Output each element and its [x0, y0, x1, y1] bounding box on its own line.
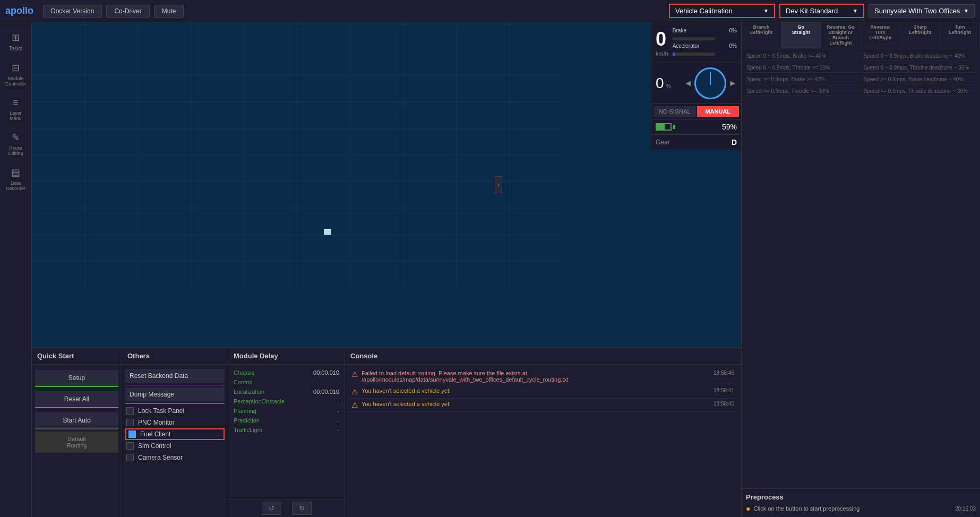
sidebar-item-layer-menu[interactable]: ≡ LayerMenu [0, 93, 31, 125]
preprocess-time: 20:16:03 [955, 506, 976, 512]
cal-tab-turn[interactable]: TurnLeft/Right [940, 22, 980, 48]
cal-row-1b: Speed 0 ~ 0.9mps, Brake deadzone ~ 40% [862, 51, 977, 61]
speed-section: 0 km/h Brake 0% Accelerator 0% [651, 22, 741, 63]
cal-row-4b: Speed >= 0.9mps, Throttle deadzone ~ 30% [862, 87, 977, 96]
fuel-client-checkbox[interactable] [128, 430, 136, 438]
setup-button[interactable]: Setup [35, 370, 118, 387]
dev-kit-chevron-icon: ▼ [853, 8, 858, 14]
planning-time: - [337, 408, 339, 414]
camera-sensor-row: Camera Sensor [125, 452, 225, 463]
collapse-arrow-button[interactable]: › [495, 176, 502, 193]
preprocess-message: ● Click on the button to start preproces… [746, 504, 976, 513]
quick-start-content: Setup Reset All Start Auto DefaultRoutin… [32, 365, 122, 517]
perception-name: PerceptionObstacle [234, 398, 285, 404]
pnc-monitor-label: PNC Monitor [138, 419, 175, 426]
no-signal-label: NO SIGNAL [654, 106, 696, 117]
control-time: - [337, 379, 339, 385]
cal-tab-reverse-branch[interactable]: Reverse: GoStraight or BranchLeft/Right [821, 22, 861, 48]
cal-tab-sharp[interactable]: SharpLeft/Right [900, 22, 940, 48]
steering-value: 0 [656, 75, 664, 91]
cal-row-2a: Speed 0 ~ 0.9mps, Throttle >= 30% [745, 63, 860, 73]
preprocess-text: Click on the button to start preprocessi… [753, 505, 859, 512]
co-driver-button[interactable]: Co-Driver [106, 5, 149, 18]
logo: apollo [5, 5, 33, 16]
camera-sensor-checkbox[interactable] [126, 454, 134, 461]
console-msg-time-1: 18:58:45 [713, 370, 734, 376]
sim-control-checkbox[interactable] [126, 442, 134, 450]
chassis-time: 00:00.010 [313, 369, 339, 376]
sidebar-item-tasks[interactable]: ⊞ Tasks [0, 28, 31, 56]
map-area: 0 km/h Brake 0% Accelerator 0% [32, 22, 741, 347]
location-select[interactable]: Sunnyvale With Two Offices ▼ [869, 4, 975, 18]
dev-kit-select[interactable]: Dev Kit Standard ▼ [779, 4, 864, 18]
sidebar: ⊞ Tasks ⊟ ModuleController ≡ LayerMenu ✎… [0, 22, 32, 517]
quick-start-panel: Quick Start Setup Reset All Start Auto D… [32, 348, 122, 517]
speed-value: 0 [656, 28, 668, 50]
console-message-3: ⚠ You haven't selected a vehicle yet! 18… [348, 399, 737, 412]
bottom-panels: Quick Start Setup Reset All Start Auto D… [32, 347, 741, 517]
module-prediction-row: Prediction - [231, 416, 341, 425]
vehicle-calibration-select[interactable]: Vehicle Calibration ▼ [669, 4, 775, 18]
preprocess-icon: ● [746, 504, 750, 513]
nav-arrows: ↺ ↻ [228, 499, 345, 517]
pnc-monitor-checkbox[interactable] [126, 419, 134, 426]
brake-label: Brake [673, 28, 686, 33]
default-routing-button[interactable]: DefaultRouting [35, 432, 118, 453]
reset-all-button[interactable]: Reset All [35, 391, 118, 408]
chassis-name: Chassis [234, 369, 254, 376]
lock-task-checkbox[interactable] [126, 407, 134, 415]
content-area: 0 km/h Brake 0% Accelerator 0% [32, 22, 741, 517]
route-editing-icon: ✎ [12, 132, 20, 143]
nav-left-button[interactable]: ↺ [262, 502, 281, 515]
svg-rect-1 [32, 22, 741, 347]
console-message-2: ⚠ You haven't selected a vehicle yet! 18… [348, 385, 737, 399]
cal-tab-reverse-turn[interactable]: Reverse:TurnLeft/Right [861, 22, 901, 48]
steering-needle [710, 72, 711, 85]
module-perception-row: PerceptionObstacle - [231, 397, 341, 406]
module-trafficlight-row: TrafficLight - [231, 425, 341, 435]
accel-label: Accelerator [673, 43, 700, 49]
console-message-1: ⚠ Failed to load default routing. Please… [348, 368, 737, 385]
console-msg-time-2: 18:58:41 [713, 387, 734, 393]
error-icon: ⚠ [351, 370, 358, 378]
cal-row-2b: Speed 0 ~ 0.9mps, Throttle deadzone ~ 30… [862, 63, 977, 73]
nav-right-button[interactable]: ↻ [292, 502, 312, 515]
location-chevron-icon: ▼ [964, 8, 969, 14]
console-content: ⚠ Failed to load default routing. Please… [345, 365, 741, 517]
topbar: apollo Docker Version Co-Driver Mute Veh… [0, 0, 980, 22]
start-auto-button[interactable]: Start Auto [35, 412, 118, 429]
camera-sensor-label: Camera Sensor [138, 454, 183, 461]
reset-backend-button[interactable]: Reset Backend Data [125, 369, 225, 383]
sidebar-item-data-recorder[interactable]: ▤ DataRecorder [0, 162, 31, 195]
gear-value: D [732, 138, 737, 147]
sidebar-item-route-editing[interactable]: ✎ RouteEditing [0, 127, 31, 160]
prediction-name: Prediction [234, 417, 260, 424]
fuel-client-row: Fuel Client [125, 428, 225, 440]
brake-value: 0% [729, 28, 737, 33]
calibration-panel: BranchLeft/Right GoStraight Reverse: GoS… [741, 22, 980, 517]
warning-icon-2: ⚠ [351, 401, 358, 409]
sidebar-item-module-controller[interactable]: ⊟ ModuleController [0, 58, 31, 91]
sim-control-label: Sim Control [138, 442, 171, 450]
localization-name: Localization [234, 389, 264, 395]
cal-row-3b: Speed >= 0.9mps, Brake deadzone ~ 40% [862, 75, 977, 84]
lock-task-label: Lock Task Panel [138, 407, 184, 415]
console-msg-time-3: 18:58:40 [713, 401, 734, 407]
cal-tab-straight[interactable]: GoStraight [781, 22, 821, 48]
cal-row-3a: Speed >= 0.9mps, Brake >= 40% [745, 75, 860, 84]
cal-tab-branch[interactable]: BranchLeft/Right [742, 22, 781, 48]
layer-menu-icon: ≡ [13, 97, 19, 108]
docker-version-button[interactable]: Docker Version [43, 5, 102, 18]
planning-name: Planning [234, 408, 256, 414]
gear-section: Gear D [651, 135, 741, 150]
dump-message-button[interactable]: Dump Message [125, 387, 225, 401]
localization-time: 00:00.010 [313, 389, 339, 395]
data-recorder-icon: ▤ [11, 167, 20, 178]
signal-section: NO SIGNAL MANUAL [651, 104, 741, 119]
vehicle-icon [324, 229, 331, 235]
module-controller-icon: ⊟ [12, 62, 20, 74]
prediction-time: - [337, 417, 339, 424]
mute-button[interactable]: Mute [154, 5, 184, 18]
battery-section: 59% [651, 119, 741, 135]
console-panel: Console ⚠ Failed to load default routing… [345, 348, 741, 517]
